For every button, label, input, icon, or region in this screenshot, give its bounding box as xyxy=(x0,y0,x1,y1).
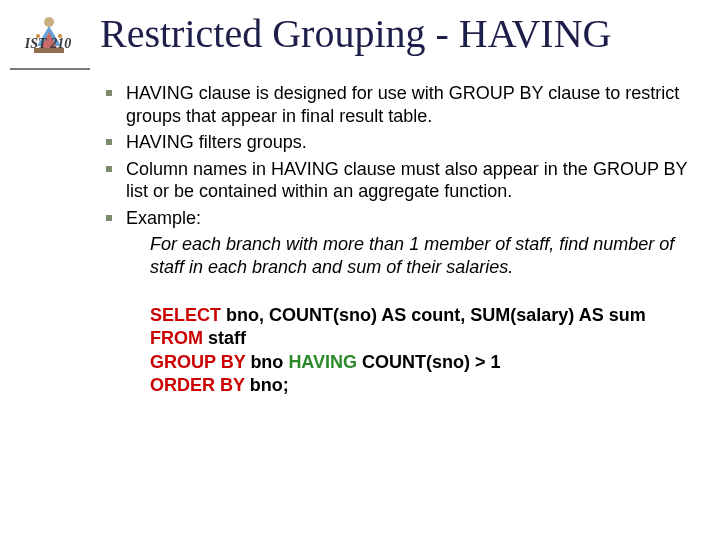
sql-line-1: SELECT bno, COUNT(sno) AS count, SUM(sal… xyxy=(150,304,710,327)
bullet-list: HAVING clause is designed for use with G… xyxy=(100,82,700,229)
sql-keyword: FROM xyxy=(150,328,203,348)
sql-text: bno; xyxy=(245,375,289,395)
sql-text: bno xyxy=(245,352,288,372)
bullet-item: Example: xyxy=(100,207,700,230)
sql-block: SELECT bno, COUNT(sno) AS count, SUM(sal… xyxy=(150,304,710,398)
sql-keyword: ORDER BY xyxy=(150,375,245,395)
svg-point-0 xyxy=(44,17,54,27)
sql-keyword: HAVING xyxy=(288,352,357,372)
slide-title: Restricted Grouping - HAVING xyxy=(100,10,611,57)
sql-keyword: GROUP BY xyxy=(150,352,245,372)
title-underline xyxy=(10,68,90,70)
course-label: IST 210 xyxy=(12,36,84,52)
sql-keyword: SELECT xyxy=(150,305,221,325)
sql-text: COUNT(sno) > 1 xyxy=(357,352,501,372)
sql-line-4: ORDER BY bno; xyxy=(150,374,710,397)
slide: IST 210 Restricted Grouping - HAVING HAV… xyxy=(0,0,720,540)
bullet-item: Column names in HAVING clause must also … xyxy=(100,158,700,203)
example-description: For each branch with more than 1 member … xyxy=(150,233,710,278)
sql-text: staff xyxy=(203,328,246,348)
sql-line-2: FROM staff xyxy=(150,327,710,350)
bullet-item: HAVING filters groups. xyxy=(100,131,700,154)
sql-text: bno, COUNT(sno) AS count, SUM(salary) AS… xyxy=(221,305,646,325)
slide-body: HAVING clause is designed for use with G… xyxy=(100,82,700,398)
bullet-item: HAVING clause is designed for use with G… xyxy=(100,82,700,127)
sql-line-3: GROUP BY bno HAVING COUNT(sno) > 1 xyxy=(150,351,710,374)
